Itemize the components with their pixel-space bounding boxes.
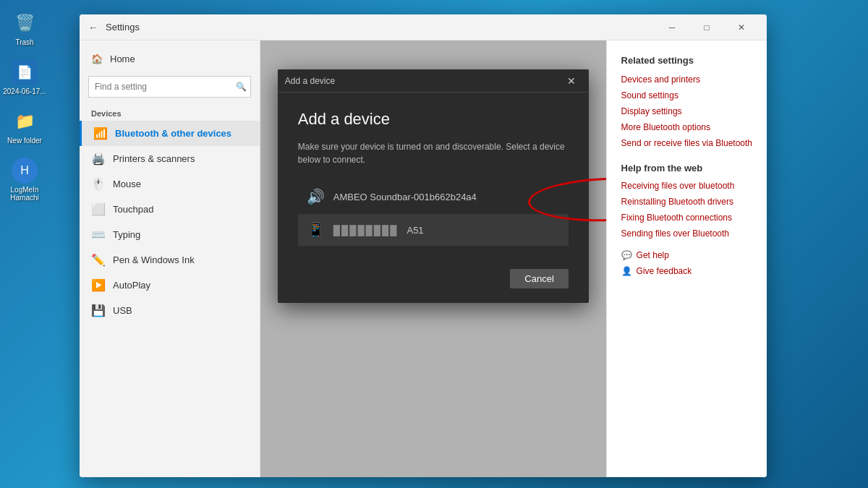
mouse-label: Mouse — [113, 179, 141, 189]
give-feedback-action[interactable]: 👤 Give feedback — [621, 266, 752, 276]
sidebar-section-label: Devices — [80, 103, 260, 121]
search-input[interactable] — [88, 76, 251, 98]
phone-icon: 📱 — [307, 221, 325, 239]
printers-icon: 🖨️ — [91, 152, 106, 166]
touchpad-label: Touchpad — [113, 204, 153, 215]
device-list: 🔊 AMBEO Soundbar-001b662b24a4 📱 ████████… — [298, 181, 569, 246]
dialog-title-text: Add a device — [285, 76, 561, 86]
link-receiving[interactable]: Receiving files over bluetooth — [621, 181, 752, 191]
desktop-icon-trash[interactable]: 🗑️ Trash — [9, 7, 41, 49]
phone-name-visible: A51 — [407, 225, 423, 236]
trash-icon: 🗑️ — [12, 10, 38, 36]
title-bar: ← Settings ─ □ ✕ — [80, 14, 767, 40]
bluetooth-icon: 📶 — [93, 127, 108, 140]
minimize-button[interactable]: ─ — [655, 17, 689, 38]
main-content: Add a device ✕ Add a device Make sure yo… — [260, 40, 606, 477]
desktop: 🗑️ Trash 📄 2024-06-17... 📁 New folder H … — [0, 0, 868, 488]
related-settings-panel: Related settings Devices and printers So… — [606, 40, 767, 477]
link-display-settings[interactable]: Display settings — [621, 106, 752, 116]
bluetooth-label: Bluetooth & other devices — [115, 128, 231, 139]
sidebar-item-pen[interactable]: ✏️ Pen & Windows Ink — [80, 247, 260, 273]
desktop-icon-new-folder[interactable]: 📁 New folder — [4, 106, 45, 147]
back-button[interactable]: ← — [88, 22, 98, 33]
window-body: 🏠 Home 🔍 Devices 📶 Bluetooth & other dev… — [80, 40, 767, 477]
trash-label: Trash — [15, 38, 33, 46]
date-folder-icon: 📄 — [12, 59, 38, 85]
sidebar-item-typing[interactable]: ⌨️ Typing — [80, 222, 260, 247]
new-folder-icon: 📁 — [12, 108, 38, 134]
sidebar-item-touchpad[interactable]: ⬜ Touchpad — [80, 197, 260, 222]
dialog-description: Make sure your device is turned on and d… — [298, 140, 569, 166]
typing-icon: ⌨️ — [91, 228, 106, 241]
maximize-button[interactable]: □ — [690, 17, 723, 38]
feedback-label: Give feedback — [637, 266, 692, 276]
typing-label: Typing — [113, 229, 140, 240]
window-controls: ─ □ ✕ — [655, 17, 758, 38]
date-folder-label: 2024-06-17... — [3, 87, 46, 95]
new-folder-label: New folder — [7, 137, 42, 145]
search-box: 🔍 — [88, 76, 251, 98]
home-label: Home — [110, 53, 135, 64]
feedback-icon: 👤 — [621, 266, 632, 276]
link-send-receive[interactable]: Send or receive files via Bluetooth — [621, 138, 752, 148]
autoplay-label: AutoPlay — [113, 280, 150, 291]
add-device-dialog: Add a device ✕ Add a device Make sure yo… — [278, 69, 589, 303]
link-devices-printers[interactable]: Devices and printers — [621, 74, 752, 85]
get-help-icon: 💬 — [621, 250, 632, 260]
dialog-overlay: Add a device ✕ Add a device Make sure yo… — [260, 40, 606, 477]
search-icon: 🔍 — [236, 82, 247, 92]
dialog-footer: Cancel — [278, 260, 589, 303]
pen-label: Pen & Windows Ink — [113, 254, 195, 265]
device-item-phone[interactable]: 📱 ████████ A51 — [298, 214, 569, 246]
sidebar: 🏠 Home 🔍 Devices 📶 Bluetooth & other dev… — [80, 40, 260, 477]
related-settings-title: Related settings — [621, 55, 752, 66]
sidebar-item-usb[interactable]: 💾 USB — [80, 298, 260, 323]
close-button[interactable]: ✕ — [725, 17, 758, 38]
soundbar-icon: 🔊 — [307, 188, 325, 205]
desktop-icons-area: 🗑️ Trash 📄 2024-06-17... 📁 New folder H … — [0, 0, 49, 488]
touchpad-icon: ⬜ — [91, 202, 106, 216]
desktop-icon-date-folder[interactable]: 📄 2024-06-17... — [0, 56, 49, 98]
dialog-titlebar: Add a device ✕ — [278, 69, 589, 93]
sidebar-item-printers[interactable]: 🖨️ Printers & scanners — [80, 146, 260, 171]
hamachi-label: LogMeIn Hamachi — [10, 186, 38, 202]
link-fixing[interactable]: Fixing Bluetooth connections — [621, 213, 752, 223]
link-reinstalling[interactable]: Reinstalling Bluetooth drivers — [621, 197, 752, 207]
usb-icon: 💾 — [91, 304, 106, 317]
hamachi-icon: H — [12, 158, 38, 184]
pen-icon: ✏️ — [91, 253, 106, 267]
link-sound-settings[interactable]: Sound settings — [621, 90, 752, 100]
dialog-close-button[interactable]: ✕ — [561, 71, 582, 91]
device-item-soundbar[interactable]: 🔊 AMBEO Soundbar-001b662b24a4 — [298, 181, 569, 213]
phone-name-blurred: ████████ — [333, 225, 399, 236]
help-from-web-title: Help from the web — [621, 163, 752, 174]
link-sending[interactable]: Sending files over Bluetooth — [621, 228, 752, 239]
home-icon: 🏠 — [91, 53, 103, 64]
sidebar-home[interactable]: 🏠 Home — [80, 48, 260, 70]
autoplay-icon: ▶️ — [91, 278, 106, 292]
link-more-bluetooth[interactable]: More Bluetooth options — [621, 122, 752, 132]
sidebar-item-bluetooth[interactable]: 📶 Bluetooth & other devices — [80, 121, 260, 146]
soundbar-name: AMBEO Soundbar-001b662b24a4 — [333, 192, 477, 202]
settings-window: ← Settings ─ □ ✕ 🏠 Home 🔍 Devices — [80, 14, 767, 477]
printers-label: Printers & scanners — [113, 153, 195, 164]
sidebar-item-autoplay[interactable]: ▶️ AutoPlay — [80, 273, 260, 298]
dialog-body: Add a device Make sure your device is tu… — [278, 93, 589, 260]
get-help-label: Get help — [637, 250, 669, 260]
window-title: Settings — [106, 22, 655, 33]
mouse-icon: 🖱️ — [91, 177, 106, 191]
cancel-button[interactable]: Cancel — [510, 269, 568, 288]
sidebar-item-mouse[interactable]: 🖱️ Mouse — [80, 171, 260, 197]
get-help-action[interactable]: 💬 Get help — [621, 250, 752, 260]
desktop-icon-hamachi[interactable]: H LogMeIn Hamachi — [7, 155, 41, 205]
dialog-heading: Add a device — [298, 110, 569, 129]
usb-label: USB — [113, 305, 132, 316]
